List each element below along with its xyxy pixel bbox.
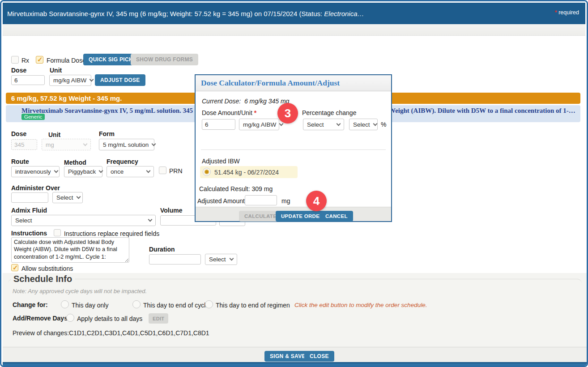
radio-end-of-cycle-label: This day to end of cycle [143, 302, 209, 309]
radio-end-of-regimen[interactable] [205, 300, 213, 308]
unit2-select: mg [42, 139, 91, 150]
dose-label: Dose [11, 67, 26, 74]
chevron-down-icon [230, 256, 234, 261]
percent-value-select[interactable]: Select [349, 119, 378, 130]
allow-substitutions-checkbox[interactable] [11, 264, 18, 271]
dialog-title: Dose Calculator/Formula Amount/Adjust [196, 78, 340, 88]
calculated-result: Calculated Result: 309 mg [199, 185, 273, 192]
instructions-label: Instructions [11, 230, 47, 237]
prn-label: PRN [169, 167, 183, 175]
formula-dose-checkbox[interactable] [36, 56, 43, 64]
rx-label: Rx [21, 57, 29, 64]
order-title: Mirvetuximab Soravtansine-gynx IV, 345 m… [3, 10, 364, 17]
chevron-down-icon [99, 169, 103, 173]
prn-checkbox[interactable] [159, 166, 166, 174]
dose-input[interactable] [11, 75, 45, 85]
chevron-down-icon [76, 195, 81, 199]
chevron-down-icon [89, 77, 94, 82]
chevron-down-icon [83, 141, 88, 146]
admix-fluid-label: Admix Fluid [11, 207, 47, 214]
rx-checkbox[interactable] [11, 56, 19, 64]
chevron-down-icon [152, 141, 156, 146]
method-label: Method [64, 159, 86, 166]
chevron-down-icon [337, 121, 341, 126]
frequency-select[interactable]: once [107, 166, 154, 177]
administer-over-label: Administer Over [11, 184, 60, 192]
duration-unit-select[interactable]: Select [205, 254, 237, 265]
drug-info-text-left: Mirvetuximab Soravtansine-gynx IV, 5 mg/… [21, 107, 207, 115]
generic-badge: Generic [21, 114, 45, 120]
unit-select[interactable]: mg/kg AIBW [49, 75, 91, 86]
frequency-label: Frequency [107, 158, 138, 165]
duration-input[interactable] [149, 254, 201, 265]
adjusted-amount-unit: mg [281, 197, 290, 205]
adjusted-ibw-radio[interactable] [203, 168, 211, 176]
dose-calculator-dialog: Dose Calculator/Formula Amount/Adjust Cu… [195, 74, 392, 222]
required-note: * required [555, 9, 579, 16]
dose2-label: Dose [11, 130, 26, 137]
adjusted-amount-label: Adjusted Amount: [197, 197, 247, 205]
change-for-label: Change for: [13, 301, 48, 308]
chevron-down-icon [54, 169, 58, 173]
admix-fluid-select[interactable]: Select [11, 215, 156, 226]
radio-end-of-cycle[interactable] [132, 300, 141, 308]
dose2-input [11, 139, 37, 150]
annotation-badge-4: 4 [306, 191, 327, 211]
adjusted-ibw-label: Adjusted IBW [202, 158, 240, 165]
route-select[interactable]: intravenously [11, 166, 60, 177]
instructions-replace-checkbox[interactable] [54, 229, 61, 236]
volume-label: Volume [160, 207, 183, 214]
current-dose-value: 6 mg/kg 345 mg [244, 98, 289, 105]
adjust-dose-button[interactable]: ADJUST DOSE [95, 74, 145, 86]
schedule-note: Note: Any approved cycle days will not b… [13, 288, 147, 294]
dose-unit-select[interactable]: mg/kg AIBW [239, 119, 279, 130]
annotation-badge-3: 3 [277, 103, 298, 124]
percentage-change-label: Percentage change [302, 109, 356, 116]
cancel-button[interactable]: CANCEL [320, 211, 353, 222]
radio-apply-all-days-label: Apply details to all days [77, 315, 142, 322]
chevron-down-icon [373, 121, 377, 126]
dose-amount-input[interactable] [202, 119, 235, 130]
chevron-down-icon [146, 169, 151, 173]
edit-schedule-hint: Click the edit button to modify the orde… [294, 302, 427, 308]
current-dose-label: Current Dose: 6 mg/kg 345 mg [202, 98, 289, 105]
formula-dose-label: Formula Dose [47, 57, 86, 64]
instructions-replace-label: Instructions replace required fields [64, 230, 159, 237]
radio-this-day-only[interactable] [61, 300, 69, 308]
unit2-label: Unit [48, 131, 60, 138]
show-drug-forms-button: SHOW DRUG FORMS [131, 54, 198, 65]
dialog-divider [201, 149, 386, 150]
toolbar-band [3, 24, 585, 36]
add-remove-days-label: Add/Remove Days: [13, 315, 70, 322]
schedule-info-section: Schedule Info Note: Any approved cycle d… [3, 273, 588, 347]
close-button[interactable]: CLOSE [304, 351, 334, 362]
background-page-strip [3, 363, 588, 367]
adjusted-ibw-value: 51.454 kg - 06/27/2024 [214, 169, 279, 176]
percent-sign: % [381, 121, 386, 128]
administer-over-unit-select[interactable]: Select [52, 192, 83, 203]
method-select[interactable]: Piggyback [64, 166, 102, 177]
form-select[interactable]: 5 mg/mL solution [99, 139, 154, 150]
allow-substitutions-label: Allow substitutions [21, 265, 73, 272]
section-border-line [8, 279, 582, 284]
edit-button: EDIT [149, 313, 168, 324]
radio-apply-all-days[interactable] [66, 314, 74, 322]
administer-over-input[interactable] [11, 192, 48, 203]
chevron-down-icon [148, 218, 153, 222]
dialog-header: Dose Calculator/Formula Amount/Adjust [196, 75, 391, 91]
adjusted-amount-input[interactable] [245, 195, 277, 205]
form-label: Form [99, 130, 115, 137]
schedule-info-title: Schedule Info [11, 274, 75, 284]
order-dialog-window: Mirvetuximab Soravtansine-gynx IV, 345 m… [0, 0, 588, 367]
title-bar: Mirvetuximab Soravtansine-gynx IV, 345 m… [3, 3, 585, 24]
preview-of-changes: Preview of changes:C1D1,C2D1,C3D1,C4D1,C… [13, 329, 209, 337]
unit-label: Unit [50, 67, 62, 74]
percent-direction-select[interactable]: Select [303, 119, 344, 130]
dialog-footer: CALCULATE UPDATE ORDER CANCEL [196, 207, 391, 221]
radio-this-day-only-label: This day only [72, 302, 108, 309]
quick-sig-pick-button[interactable]: QUICK SIG PICK [83, 54, 138, 65]
instructions-textarea[interactable]: Calculate dose with Adjusted Ideal Body … [11, 237, 129, 263]
radio-selected-dot [205, 170, 209, 174]
order-status-italic: Electronica… [324, 10, 364, 17]
route-label: Route [11, 158, 29, 165]
